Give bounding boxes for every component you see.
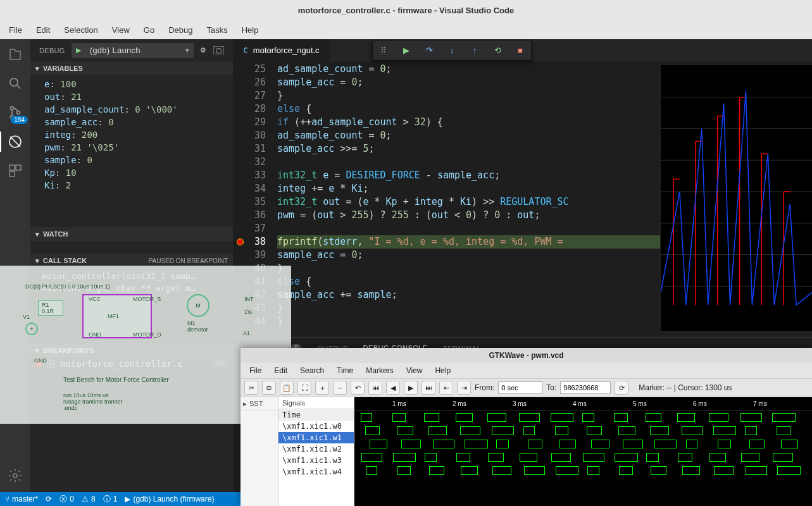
status-info[interactable]: ⓘ 1 [103, 494, 118, 505]
svg-rect-7 [9, 171, 15, 176]
start-debug-icon[interactable]: ▶ [72, 46, 86, 54]
gtk-zoom-in-icon[interactable]: ＋ [315, 381, 329, 395]
drag-handle-icon[interactable]: ⠿ [378, 45, 389, 56]
gtkwave-menu: FileEditSearchTimeMarkersViewHelp [240, 363, 812, 378]
gtk-menu-search[interactable]: Search [295, 365, 329, 376]
menu-selection[interactable]: Selection [58, 23, 104, 37]
section-variables[interactable]: ▾ VARIABLES [30, 61, 233, 75]
gtk-menu-time[interactable]: Time [332, 365, 358, 376]
gtk-menu-file[interactable]: File [244, 365, 266, 376]
gtk-wave-track [354, 424, 812, 438]
svg-point-8 [13, 474, 17, 478]
variable-row[interactable]: e: 100 [44, 78, 233, 90]
gtk-next-icon[interactable]: ▶ [404, 381, 418, 395]
status-debug[interactable]: ▶ (gdb) Launch (firmware) [125, 495, 214, 503]
svg-point-0 [10, 78, 18, 86]
variable-row[interactable]: Kp: 10 [44, 166, 233, 179]
gtk-zoom-fit-icon[interactable]: ⛶ [297, 381, 311, 395]
gtk-copy-icon[interactable]: ⧉ [262, 381, 276, 395]
oscilloscope-overlay [660, 65, 812, 331]
variable-row[interactable]: ad_sample_count: 0 '\000' [44, 103, 233, 116]
app-menu-bar: FileEditSelectionViewGoDebugTasksHelp [0, 20, 812, 39]
gtk-reload-icon[interactable]: ⟳ [615, 381, 628, 395]
menu-file[interactable]: File [3, 23, 28, 37]
gtk-wave-panel[interactable]: 1 ms2 ms3 ms4 ms5 ms6 ms7 ms [354, 397, 812, 506]
gtk-to-label: To: [546, 383, 556, 392]
menu-help[interactable]: Help [235, 23, 265, 37]
svg-rect-5 [9, 165, 15, 170]
gtk-signal-time[interactable]: Time [278, 409, 354, 421]
stop-icon[interactable]: ■ [515, 45, 526, 56]
activity-extensions[interactable] [5, 161, 25, 181]
debug-label: DEBUG [39, 47, 65, 54]
menu-view[interactable]: View [106, 23, 136, 37]
gtk-signal-row[interactable]: \xmf1.xic1.w0 [278, 421, 354, 432]
watch-body [30, 241, 233, 254]
activity-scm[interactable]: 184 [5, 102, 25, 123]
activity-debug[interactable] [5, 132, 25, 152]
scm-badge: 184 [11, 116, 28, 124]
gtk-signal-row[interactable]: \xmf1.xic1.w3 [278, 455, 354, 466]
status-branch[interactable]: ⑂ master* [5, 495, 38, 503]
gtk-time-scale: 1 ms2 ms3 ms4 ms5 ms6 ms7 ms [354, 397, 812, 411]
gtk-sst-panel[interactable]: ▸SST [240, 397, 278, 506]
activity-explorer[interactable] [5, 44, 25, 65]
breakpoint-marker-icon [237, 238, 244, 245]
gtk-from-input[interactable] [498, 381, 542, 394]
svg-rect-9 [661, 66, 812, 330]
menu-tasks[interactable]: Tasks [200, 23, 234, 37]
step-into-icon[interactable]: ↓ [446, 45, 458, 56]
variable-row[interactable]: integ: 200 [44, 128, 233, 141]
gtk-undo-icon[interactable]: ↶ [351, 381, 365, 395]
variable-row[interactable]: out: 21 [44, 90, 233, 103]
activity-search[interactable] [5, 73, 25, 94]
gtk-menu-help[interactable]: Help [430, 365, 456, 376]
continue-icon[interactable]: ▶ [401, 45, 412, 56]
window-title: motorforce_controller.c - firmware - Vis… [298, 6, 514, 15]
debug-toolbar[interactable]: ⠿ ▶ ↷ ↓ ↑ ⟲ ■ [372, 40, 532, 61]
gtk-find-prev-icon[interactable]: ⇤ [439, 381, 453, 395]
gtk-last-icon[interactable]: ⏭ [422, 381, 435, 395]
variable-row[interactable]: Ki: 2 [44, 179, 233, 192]
gtk-signals-panel[interactable]: Signals Time \xmf1.xic1.w0\xmf1.xic1.w1\… [278, 397, 354, 506]
svg-rect-6 [16, 165, 21, 170]
chevron-down-icon[interactable]: ▾ [182, 46, 193, 54]
gtk-first-icon[interactable]: ⏮ [368, 381, 382, 395]
status-errors[interactable]: ⓧ 0 [59, 494, 74, 505]
gtk-cut-icon[interactable]: ✂ [244, 381, 258, 395]
debug-config-select[interactable]: ▶ (gdb) Launch ▾ [72, 43, 194, 58]
gtk-signal-row[interactable]: \xmf1.xic1.w2 [278, 443, 354, 455]
gtk-menu-edit[interactable]: Edit [269, 365, 292, 376]
step-out-icon[interactable]: ↑ [469, 45, 480, 56]
c-lang-icon: C [243, 46, 248, 55]
gear-icon[interactable]: ⚙ [200, 46, 206, 54]
variables-list: e: 100out: 21ad_sample_count: 0 '\000'sa… [30, 75, 233, 227]
step-over-icon[interactable]: ↷ [423, 45, 435, 56]
gtkwave-window[interactable]: GTKWave - pwm.vcd FileEditSearchTimeMark… [240, 348, 812, 506]
debug-console-icon[interactable]: ▢ [213, 46, 224, 54]
gtk-signal-row[interactable]: \xmf1.xic1.w4 [278, 466, 354, 478]
tab-file[interactable]: C motorforce_ngut.c [233, 39, 330, 61]
gtk-menu-view[interactable]: View [401, 365, 428, 376]
activity-settings[interactable] [5, 466, 25, 486]
gtk-menu-markers[interactable]: Markers [361, 365, 398, 376]
status-warnings[interactable]: ⚠ 8 [82, 495, 96, 503]
menu-go[interactable]: Go [137, 23, 161, 37]
gtk-to-input[interactable] [560, 381, 611, 394]
gtk-from-label: From: [475, 383, 494, 392]
gtk-find-next-icon[interactable]: ⇥ [457, 381, 471, 395]
status-sync[interactable]: ⟳ [46, 495, 52, 503]
gtk-prev-icon[interactable]: ◀ [386, 381, 400, 395]
gtk-signal-row[interactable]: \xmf1.xic1.w1 [278, 432, 354, 443]
variable-row[interactable]: pwm: 21 '\025' [44, 141, 233, 154]
gtk-paste-icon[interactable]: 📋 [280, 381, 294, 395]
variable-row[interactable]: sample: 0 [44, 154, 233, 166]
gtk-wave-track [354, 451, 812, 464]
menu-debug[interactable]: Debug [162, 23, 199, 37]
menu-edit[interactable]: Edit [30, 23, 56, 37]
section-watch[interactable]: ▾ WATCH [30, 227, 233, 241]
gtk-zoom-out-icon[interactable]: － [333, 381, 347, 395]
gtk-marker-text: Marker: -- | Cursor: 1300 us [639, 383, 732, 392]
restart-icon[interactable]: ⟲ [492, 45, 503, 56]
variable-row[interactable]: sample_acc: 0 [44, 116, 233, 128]
